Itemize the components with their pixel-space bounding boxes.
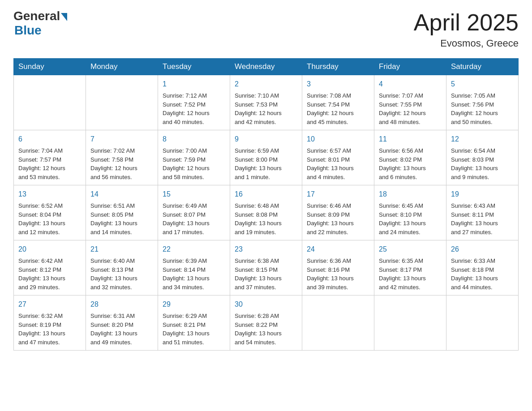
weekday-header-sunday: Sunday (14, 59, 86, 75)
day-number: 21 (90, 244, 153, 255)
calendar-header-row: SundayMondayTuesdayWednesdayThursdayFrid… (14, 59, 519, 75)
calendar-cell: 4Sunrise: 7:07 AM Sunset: 7:55 PM Daylig… (374, 75, 446, 130)
weekday-header-wednesday: Wednesday (230, 59, 302, 75)
calendar-cell: 9Sunrise: 6:59 AM Sunset: 8:00 PM Daylig… (230, 130, 302, 185)
day-number: 8 (163, 134, 225, 145)
day-info: Sunrise: 6:43 AM Sunset: 8:11 PM Dayligh… (451, 201, 514, 236)
calendar-week-row-5: 27Sunrise: 6:32 AM Sunset: 8:19 PM Dayli… (14, 295, 519, 351)
day-number: 6 (18, 134, 81, 145)
calendar-cell: 7Sunrise: 7:02 AM Sunset: 7:58 PM Daylig… (86, 130, 158, 185)
day-info: Sunrise: 6:52 AM Sunset: 8:04 PM Dayligh… (18, 201, 81, 236)
calendar-cell: 1Sunrise: 7:12 AM Sunset: 7:52 PM Daylig… (158, 75, 230, 130)
day-number: 19 (451, 189, 514, 200)
calendar-cell: 10Sunrise: 6:57 AM Sunset: 8:01 PM Dayli… (302, 130, 374, 185)
day-number: 24 (307, 244, 369, 255)
day-number: 18 (379, 189, 442, 200)
day-info: Sunrise: 6:28 AM Sunset: 8:22 PM Dayligh… (235, 312, 297, 347)
calendar-cell: 29Sunrise: 6:29 AM Sunset: 8:21 PM Dayli… (158, 295, 230, 351)
title-section: April 2025 Evosmos, Greece (414, 9, 519, 49)
day-number: 17 (307, 189, 369, 200)
calendar-cell: 26Sunrise: 6:33 AM Sunset: 8:18 PM Dayli… (446, 240, 519, 295)
calendar-cell: 25Sunrise: 6:35 AM Sunset: 8:17 PM Dayli… (374, 240, 446, 295)
day-info: Sunrise: 6:32 AM Sunset: 8:19 PM Dayligh… (18, 312, 81, 347)
calendar-cell (86, 75, 158, 130)
day-info: Sunrise: 7:07 AM Sunset: 7:55 PM Dayligh… (379, 91, 442, 126)
calendar-cell: 2Sunrise: 7:10 AM Sunset: 7:53 PM Daylig… (230, 75, 302, 130)
calendar-cell: 30Sunrise: 6:28 AM Sunset: 8:22 PM Dayli… (230, 295, 302, 351)
day-info: Sunrise: 6:33 AM Sunset: 8:18 PM Dayligh… (451, 257, 514, 291)
day-info: Sunrise: 7:04 AM Sunset: 7:57 PM Dayligh… (18, 146, 81, 181)
calendar-body: 1Sunrise: 7:12 AM Sunset: 7:52 PM Daylig… (14, 75, 519, 351)
day-info: Sunrise: 6:38 AM Sunset: 8:15 PM Dayligh… (235, 257, 297, 291)
calendar-cell: 8Sunrise: 7:00 AM Sunset: 7:59 PM Daylig… (158, 130, 230, 185)
day-number: 22 (163, 244, 225, 255)
day-info: Sunrise: 7:00 AM Sunset: 7:59 PM Dayligh… (163, 146, 225, 181)
calendar-week-row-2: 6Sunrise: 7:04 AM Sunset: 7:57 PM Daylig… (14, 130, 519, 185)
day-info: Sunrise: 6:48 AM Sunset: 8:08 PM Dayligh… (235, 201, 297, 236)
weekday-header-tuesday: Tuesday (158, 59, 230, 75)
day-info: Sunrise: 6:40 AM Sunset: 8:13 PM Dayligh… (90, 257, 153, 291)
day-number: 5 (451, 79, 514, 90)
day-number: 10 (307, 134, 369, 145)
day-number: 13 (18, 189, 81, 200)
calendar-cell: 20Sunrise: 6:42 AM Sunset: 8:12 PM Dayli… (14, 240, 86, 295)
page-header: General Blue April 2025 Evosmos, Greece (13, 9, 519, 49)
day-number: 2 (235, 79, 297, 90)
calendar-cell (14, 75, 86, 130)
calendar-cell: 5Sunrise: 7:05 AM Sunset: 7:56 PM Daylig… (446, 75, 519, 130)
weekday-header-monday: Monday (86, 59, 158, 75)
day-number: 4 (379, 79, 442, 90)
day-info: Sunrise: 6:56 AM Sunset: 8:02 PM Dayligh… (379, 146, 442, 181)
month-title: April 2025 (414, 9, 519, 36)
day-number: 9 (235, 134, 297, 145)
calendar-cell: 18Sunrise: 6:45 AM Sunset: 8:10 PM Dayli… (374, 185, 446, 240)
day-number: 16 (235, 189, 297, 200)
logo-blue-text: Blue (14, 23, 42, 38)
day-info: Sunrise: 6:59 AM Sunset: 8:00 PM Dayligh… (235, 146, 297, 181)
day-number: 11 (379, 134, 442, 145)
day-info: Sunrise: 6:54 AM Sunset: 8:03 PM Dayligh… (451, 146, 514, 181)
weekday-header-friday: Friday (374, 59, 446, 75)
logo-general-text: General (13, 9, 60, 23)
day-info: Sunrise: 6:51 AM Sunset: 8:05 PM Dayligh… (90, 201, 153, 236)
calendar-cell: 16Sunrise: 6:48 AM Sunset: 8:08 PM Dayli… (230, 185, 302, 240)
day-number: 28 (90, 299, 153, 310)
location-text: Evosmos, Greece (414, 38, 519, 49)
day-number: 25 (379, 244, 442, 255)
calendar-week-row-4: 20Sunrise: 6:42 AM Sunset: 8:12 PM Dayli… (14, 240, 519, 295)
day-info: Sunrise: 6:35 AM Sunset: 8:17 PM Dayligh… (379, 257, 442, 291)
day-info: Sunrise: 7:12 AM Sunset: 7:52 PM Dayligh… (163, 91, 225, 126)
day-number: 14 (90, 189, 153, 200)
calendar-cell (446, 295, 519, 351)
calendar-cell: 21Sunrise: 6:40 AM Sunset: 8:13 PM Dayli… (86, 240, 158, 295)
day-info: Sunrise: 6:29 AM Sunset: 8:21 PM Dayligh… (163, 312, 225, 347)
weekday-header-saturday: Saturday (446, 59, 519, 75)
day-info: Sunrise: 7:05 AM Sunset: 7:56 PM Dayligh… (451, 91, 514, 126)
day-info: Sunrise: 6:39 AM Sunset: 8:14 PM Dayligh… (163, 257, 225, 291)
calendar-cell (302, 295, 374, 351)
day-info: Sunrise: 6:46 AM Sunset: 8:09 PM Dayligh… (307, 201, 369, 236)
weekday-header-thursday: Thursday (302, 59, 374, 75)
day-info: Sunrise: 6:36 AM Sunset: 8:16 PM Dayligh… (307, 257, 369, 291)
calendar-cell: 27Sunrise: 6:32 AM Sunset: 8:19 PM Dayli… (14, 295, 86, 351)
calendar-week-row-1: 1Sunrise: 7:12 AM Sunset: 7:52 PM Daylig… (14, 75, 519, 130)
day-number: 15 (163, 189, 225, 200)
calendar-week-row-3: 13Sunrise: 6:52 AM Sunset: 8:04 PM Dayli… (14, 185, 519, 240)
day-info: Sunrise: 6:45 AM Sunset: 8:10 PM Dayligh… (379, 201, 442, 236)
day-number: 27 (18, 299, 81, 310)
logo-arrow-icon (61, 13, 67, 21)
day-info: Sunrise: 6:42 AM Sunset: 8:12 PM Dayligh… (18, 257, 81, 291)
day-number: 20 (18, 244, 81, 255)
day-info: Sunrise: 7:10 AM Sunset: 7:53 PM Dayligh… (235, 91, 297, 126)
calendar-cell: 19Sunrise: 6:43 AM Sunset: 8:11 PM Dayli… (446, 185, 519, 240)
calendar-cell: 17Sunrise: 6:46 AM Sunset: 8:09 PM Dayli… (302, 185, 374, 240)
logo: General Blue (13, 9, 67, 38)
day-info: Sunrise: 7:08 AM Sunset: 7:54 PM Dayligh… (307, 91, 369, 126)
day-number: 1 (163, 79, 225, 90)
calendar-cell (374, 295, 446, 351)
day-number: 12 (451, 134, 514, 145)
calendar-cell: 24Sunrise: 6:36 AM Sunset: 8:16 PM Dayli… (302, 240, 374, 295)
day-info: Sunrise: 6:31 AM Sunset: 8:20 PM Dayligh… (90, 312, 153, 347)
day-info: Sunrise: 7:02 AM Sunset: 7:58 PM Dayligh… (90, 146, 153, 181)
calendar-cell: 12Sunrise: 6:54 AM Sunset: 8:03 PM Dayli… (446, 130, 519, 185)
